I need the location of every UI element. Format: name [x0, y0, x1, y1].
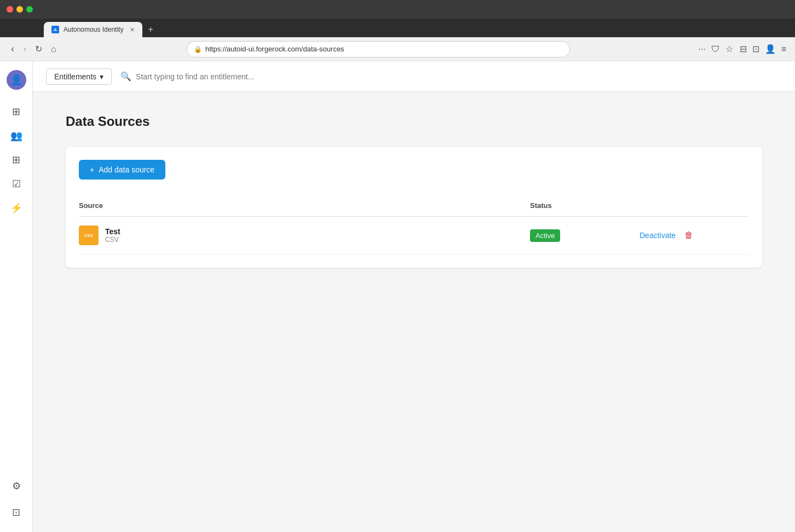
- sidebar: 👤 ⊞ 👥 ⊞ ☑ ⚡ ⚙ ⊡: [0, 61, 33, 532]
- active-tab[interactable]: A Autonomous Identity ✕: [44, 22, 142, 37]
- table-header: Source Status: [79, 197, 749, 217]
- tab-bar: A Autonomous Identity ✕ +: [0, 19, 795, 37]
- browser-right-actions: ⊟ ⊡ 👤 ≡: [740, 44, 786, 54]
- top-nav: Entitlements ▾ 🔍: [33, 61, 795, 92]
- profile-icon[interactable]: 👤: [765, 44, 776, 54]
- sidebar-item-settings[interactable]: ⚙: [5, 475, 27, 497]
- forward-button[interactable]: ›: [21, 41, 28, 57]
- search-bar: 🔍: [120, 71, 394, 82]
- tab-title: Autonomous Identity: [64, 26, 123, 33]
- close-button[interactable]: [7, 6, 13, 13]
- search-icon: 🔍: [120, 71, 131, 82]
- url-bar[interactable]: 🔒 https://autoid-ui.forgerock.com/data-s…: [187, 41, 570, 57]
- browser-chrome: A Autonomous Identity ✕ + ‹ › ↻ ⌂ 🔒 http…: [0, 0, 795, 61]
- bookmarks-icon[interactable]: ⊟: [740, 44, 747, 54]
- security-icon: 🔒: [194, 45, 202, 53]
- avatar[interactable]: 👤: [7, 70, 26, 90]
- source-cell: CSV Test CSV: [79, 225, 530, 245]
- new-tab-button[interactable]: +: [142, 22, 158, 37]
- entitlements-dropdown[interactable]: Entitlements ▾: [46, 68, 112, 85]
- sidebar-item-grid[interactable]: ⊞: [5, 149, 27, 171]
- dropdown-arrow-icon: ▾: [100, 72, 103, 81]
- back-button[interactable]: ‹: [9, 41, 16, 57]
- sidebar-item-tasks[interactable]: ☑: [5, 173, 27, 195]
- page-title: Data Sources: [66, 114, 762, 129]
- source-info: Test CSV: [105, 227, 120, 244]
- maximize-button[interactable]: [26, 6, 33, 13]
- shield-icon[interactable]: 🛡: [711, 44, 720, 54]
- sidebar-item-tools[interactable]: ⚡: [5, 197, 27, 219]
- home-button[interactable]: ⌂: [49, 42, 59, 56]
- address-bar: ‹ › ↻ ⌂ 🔒 https://autoid-ui.forgerock.co…: [0, 37, 795, 61]
- actions-column-header: [640, 201, 749, 210]
- status-column-header: Status: [530, 201, 640, 210]
- status-badge: Active: [530, 229, 560, 242]
- title-bar: [0, 0, 795, 19]
- sidebar-item-users[interactable]: 👥: [5, 125, 27, 147]
- add-data-source-button[interactable]: + Add data source: [79, 160, 165, 180]
- entitlements-label: Entitlements: [54, 72, 96, 81]
- sidebar-item-dashboard[interactable]: ⊞: [5, 101, 27, 123]
- plus-icon: +: [90, 165, 94, 174]
- csv-file-icon: CSV: [79, 225, 99, 245]
- delete-button[interactable]: 🗑: [684, 230, 693, 240]
- search-input[interactable]: [136, 72, 394, 81]
- more-icon[interactable]: ···: [698, 44, 705, 54]
- menu-icon[interactable]: ≡: [781, 44, 786, 54]
- add-data-source-label: Add data source: [99, 165, 154, 174]
- reload-button[interactable]: ↻: [33, 42, 44, 56]
- table-row: CSV Test CSV Active Deactivate: [79, 217, 749, 255]
- minimize-button[interactable]: [16, 6, 23, 13]
- tab-favicon: A: [51, 26, 59, 33]
- data-sources-card: + Add data source Source Status CSV: [66, 147, 762, 268]
- sidebar-item-layout[interactable]: ⊡: [5, 501, 27, 523]
- source-column-header: Source: [79, 201, 530, 210]
- source-type: CSV: [105, 236, 120, 244]
- bookmark-icon[interactable]: ☆: [725, 44, 733, 54]
- tab-close-icon[interactable]: ✕: [130, 26, 135, 33]
- app-layout: 👤 ⊞ 👥 ⊞ ☑ ⚡ ⚙ ⊡ Entitlements ▾ 🔍 Data So…: [0, 61, 795, 532]
- traffic-lights: [7, 6, 33, 13]
- sidepanel-icon[interactable]: ⊡: [752, 44, 759, 54]
- browser-actions: ··· 🛡 ☆: [698, 44, 733, 54]
- status-cell: Active: [530, 229, 640, 242]
- source-name: Test: [105, 227, 120, 236]
- main-content: Entitlements ▾ 🔍 Data Sources + Add data…: [33, 61, 795, 532]
- page-content: Data Sources + Add data source Source St…: [33, 92, 795, 532]
- actions-cell: Deactivate 🗑: [640, 230, 749, 240]
- url-text: https://autoid-ui.forgerock.com/data-sou…: [205, 45, 344, 53]
- deactivate-button[interactable]: Deactivate: [640, 231, 676, 240]
